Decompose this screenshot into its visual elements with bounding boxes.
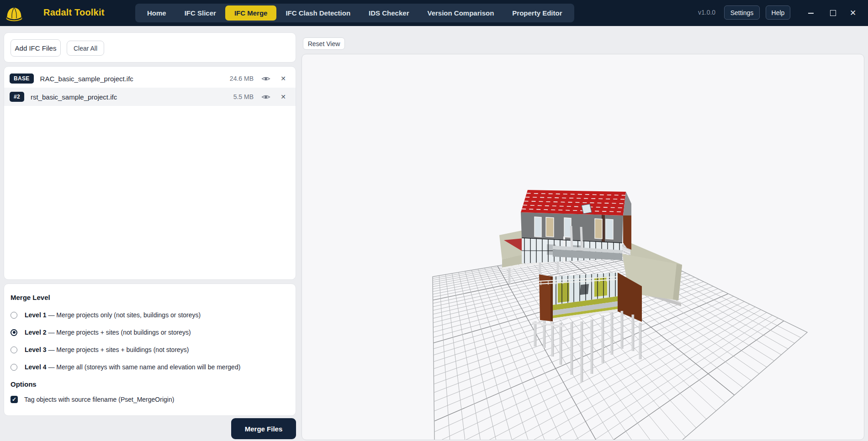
- file-row[interactable]: BASE RAC_basic_sample_project.ifc 24.6 M…: [4, 69, 296, 88]
- level-name: Level 2: [25, 329, 46, 336]
- merge-level-1-option[interactable]: Level 1 — Merge projects only (not sites…: [11, 310, 201, 320]
- visibility-eye-icon[interactable]: [261, 93, 271, 100]
- ground-grid: [433, 186, 864, 440]
- app-version: v1.0.0: [698, 9, 715, 16]
- level-name: Level 4: [25, 363, 46, 371]
- radio-selected-icon[interactable]: [11, 329, 17, 336]
- level-description: — Merge all (storeys with same name and …: [48, 363, 240, 371]
- merge-level-3-option[interactable]: Level 3 — Merge projects + sites + build…: [11, 345, 189, 354]
- reset-view-button[interactable]: Reset View: [303, 37, 345, 50]
- file-badge: #2: [10, 92, 24, 102]
- level-description: — Merge projects + sites + buildings (no…: [48, 346, 189, 353]
- close-icon[interactable]: ✕: [842, 0, 863, 26]
- maximize-icon[interactable]: [822, 0, 843, 26]
- merge-level-2-option[interactable]: Level 2 — Merge projects + sites (not bu…: [11, 328, 191, 337]
- file-name: rst_basic_sample_project.ifc: [31, 93, 117, 101]
- tab-home[interactable]: Home: [138, 5, 175, 21]
- main-nav: Home IFC Slicer IFC Merge IFC Clash Dete…: [135, 4, 574, 22]
- level-description: — Merge projects + sites (not buildings …: [48, 329, 191, 336]
- checkbox-label: Tag objects with source filename (Pset_M…: [24, 396, 174, 403]
- help-button[interactable]: Help: [766, 5, 790, 20]
- clear-all-button[interactable]: Clear All: [67, 41, 104, 56]
- hard-hat-icon: [5, 3, 23, 23]
- viewport-3d[interactable]: [302, 54, 864, 440]
- file-name: RAC_basic_sample_project.ifc: [40, 75, 133, 83]
- radio-icon[interactable]: [11, 312, 17, 319]
- merge-options-card: Merge Level Level 1 — Merge projects onl…: [4, 284, 296, 416]
- checkbox-checked-icon[interactable]: ✓: [11, 396, 18, 403]
- file-list-card: BASE RAC_basic_sample_project.ifc 24.6 M…: [4, 66, 296, 280]
- remove-file-icon[interactable]: ✕: [279, 74, 287, 83]
- ifc-model-canvas: [302, 54, 864, 440]
- level-name: Level 3: [25, 346, 46, 353]
- stilt-columns: [535, 311, 641, 382]
- file-actions-card: Add IFC Files Clear All: [4, 32, 296, 63]
- app-title: Radalt Toolkit: [43, 7, 105, 18]
- radio-icon[interactable]: [11, 346, 17, 353]
- level-description: — Merge projects only (not sites, buildi…: [48, 311, 201, 319]
- tab-version-comparison[interactable]: Version Comparison: [418, 5, 503, 21]
- settings-button[interactable]: Settings: [724, 5, 760, 20]
- tag-origin-option[interactable]: ✓ Tag objects with source filename (Pset…: [11, 396, 174, 403]
- module-lower: [539, 273, 642, 322]
- tab-property-editor[interactable]: Property Editor: [503, 5, 571, 21]
- tab-ifc-merge[interactable]: IFC Merge: [225, 5, 277, 21]
- merge-files-button[interactable]: Merge Files: [231, 418, 296, 439]
- bottom-action-bar: Merge Files: [4, 418, 296, 441]
- file-size: 24.6 MB: [230, 75, 254, 82]
- grid-edge: [433, 244, 807, 440]
- merge-level-heading: Merge Level: [11, 294, 50, 301]
- merge-level-4-option[interactable]: Level 4 — Merge all (storeys with same n…: [11, 362, 240, 372]
- file-row[interactable]: #2 rst_basic_sample_project.ifc 5.5 MB ✕: [4, 88, 296, 106]
- house-model: [521, 190, 631, 263]
- radio-icon[interactable]: [11, 364, 17, 371]
- add-ifc-files-button[interactable]: Add IFC Files: [11, 39, 61, 57]
- file-badge: BASE: [10, 74, 34, 84]
- top-bar: Radalt Toolkit Home IFC Slicer IFC Merge…: [0, 0, 868, 26]
- tab-ids-checker[interactable]: IDS Checker: [360, 5, 418, 21]
- file-size: 5.5 MB: [233, 93, 254, 100]
- minimize-icon[interactable]: [800, 0, 821, 26]
- tab-ifc-slicer[interactable]: IFC Slicer: [175, 5, 225, 21]
- remove-file-icon[interactable]: ✕: [279, 93, 287, 101]
- level-name: Level 1: [25, 311, 46, 319]
- tab-ifc-clash-detection[interactable]: IFC Clash Detection: [276, 5, 360, 21]
- options-heading: Options: [11, 380, 37, 388]
- visibility-eye-icon[interactable]: [261, 75, 271, 82]
